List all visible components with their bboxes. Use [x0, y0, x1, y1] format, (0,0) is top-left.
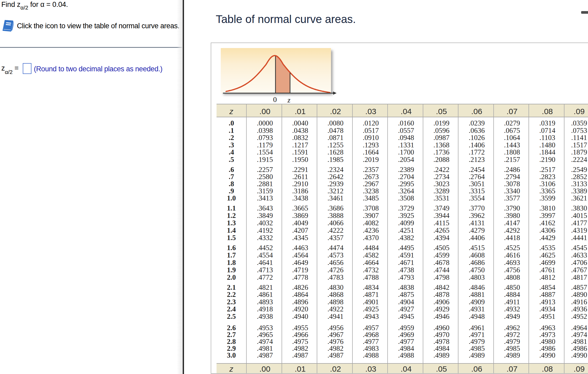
svg-text:0: 0: [273, 95, 277, 104]
svg-text:z: z: [287, 96, 291, 104]
